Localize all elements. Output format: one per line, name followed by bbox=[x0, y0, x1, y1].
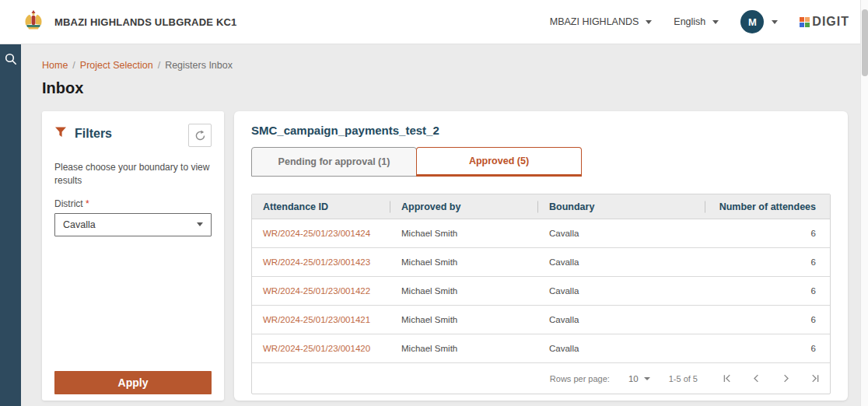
attendance-table: Attendance ID Approved by Boundary Numbe… bbox=[251, 194, 831, 394]
attendance-id-link[interactable]: WR/2024-25/01/23/001420 bbox=[263, 344, 370, 353]
scrollbar bbox=[860, 0, 868, 406]
header-right: MBAZI HIGHLANDS English M DIGIT bbox=[550, 10, 849, 33]
table-row: WR/2024-25/01/23/001424 Michael Smith Ca… bbox=[252, 219, 830, 248]
filters-title: Filters bbox=[75, 127, 112, 141]
page-title: Inbox bbox=[42, 79, 868, 97]
table-row: WR/2024-25/01/23/001420 Michael Smith Ca… bbox=[252, 334, 830, 363]
attendance-id-link[interactable]: WR/2024-25/01/23/001424 bbox=[263, 229, 370, 238]
avatar[interactable]: M bbox=[740, 10, 764, 33]
tab-approved[interactable]: Approved (5) bbox=[416, 147, 582, 177]
column-header-boundary: Boundary bbox=[538, 201, 705, 212]
chevron-down-icon bbox=[646, 20, 652, 24]
pagination-nav bbox=[719, 372, 822, 386]
attendees-cell: 6 bbox=[705, 229, 830, 238]
digit-logo-icon bbox=[800, 17, 810, 27]
approved-by-cell: Michael Smith bbox=[390, 315, 538, 324]
breadcrumb-project-selection[interactable]: Project Selection bbox=[80, 60, 153, 71]
search-icon[interactable] bbox=[3, 52, 19, 68]
filters-header: Filters bbox=[54, 124, 212, 147]
approved-by-cell: Michael Smith bbox=[390, 257, 538, 267]
language-selector-label: English bbox=[674, 16, 705, 27]
city-selector-dropdown[interactable]: MBAZI HIGHLANDS bbox=[550, 16, 653, 27]
boundary-cell: Cavalla bbox=[538, 315, 705, 324]
district-label: District * bbox=[54, 198, 212, 209]
next-page-button[interactable] bbox=[779, 372, 793, 386]
approved-by-cell: Michael Smith bbox=[390, 344, 538, 353]
state-emblem-logo bbox=[23, 9, 44, 34]
digit-logo: DIGIT bbox=[800, 16, 849, 28]
breadcrumb-separator: / bbox=[158, 60, 160, 71]
chevron-down-icon bbox=[712, 20, 719, 24]
filters-description: Please choose your boundary to view resu… bbox=[54, 161, 210, 187]
breadcrumb-current: Registers Inbox bbox=[165, 60, 233, 71]
tab-pending-for-approval[interactable]: Pending for approval (1) bbox=[251, 147, 417, 177]
register-panel: SMC_campaign_payments_test_2 Pending for… bbox=[234, 111, 848, 401]
register-title: SMC_campaign_payments_test_2 bbox=[251, 124, 831, 137]
attendance-id-link[interactable]: WR/2024-25/01/23/001421 bbox=[263, 315, 370, 324]
first-page-button[interactable] bbox=[719, 372, 733, 386]
column-header-approved-by: Approved by bbox=[390, 201, 538, 212]
column-header-attendees: Number of attendees bbox=[705, 201, 830, 212]
last-page-button[interactable] bbox=[808, 372, 822, 386]
tabs: Pending for approval (1) Approved (5) bbox=[251, 147, 831, 177]
rows-per-page-value: 10 bbox=[628, 374, 639, 383]
main-content: Home / Project Selection / Registers Inb… bbox=[21, 44, 868, 406]
rows-per-page-label: Rows per page: bbox=[550, 374, 610, 383]
tenant-name: MBAZI HIGHLANDS ULBGRADE KC1 bbox=[54, 16, 237, 28]
district-select[interactable]: Cavalla bbox=[54, 213, 212, 236]
breadcrumb-home[interactable]: Home bbox=[42, 60, 68, 71]
breadcrumb: Home / Project Selection / Registers Inb… bbox=[42, 60, 868, 71]
approved-by-cell: Michael Smith bbox=[390, 286, 538, 296]
digit-logo-text: DIGIT bbox=[812, 16, 849, 28]
approved-by-cell: Michael Smith bbox=[390, 229, 538, 238]
boundary-cell: Cavalla bbox=[538, 229, 705, 238]
table-row: WR/2024-25/01/23/001423 Michael Smith Ca… bbox=[252, 248, 830, 277]
boundary-cell: Cavalla bbox=[538, 344, 705, 353]
rows-per-page-select[interactable]: 10 bbox=[628, 374, 650, 383]
filters-panel: Filters Please choose your boundary to v… bbox=[42, 111, 224, 401]
app-window: MBAZI HIGHLANDS ULBGRADE KC1 MBAZI HIGHL… bbox=[0, 0, 868, 406]
previous-page-button[interactable] bbox=[749, 372, 763, 386]
attendees-cell: 6 bbox=[705, 257, 830, 267]
boundary-cell: Cavalla bbox=[538, 257, 705, 267]
language-selector-dropdown[interactable]: English bbox=[674, 16, 719, 27]
refresh-filters-button[interactable] bbox=[188, 124, 212, 147]
chevron-down-icon bbox=[772, 20, 778, 24]
attendees-cell: 6 bbox=[705, 315, 830, 324]
sidebar bbox=[0, 44, 21, 406]
attendance-id-link[interactable]: WR/2024-25/01/23/001422 bbox=[263, 286, 370, 296]
filter-funnel-icon bbox=[54, 127, 67, 141]
user-menu[interactable]: M bbox=[740, 10, 778, 33]
city-selector-label: MBAZI HIGHLANDS bbox=[550, 16, 639, 27]
scrollbar-thumb[interactable] bbox=[862, 9, 868, 76]
breadcrumb-separator: / bbox=[72, 60, 75, 71]
cards-row: Filters Please choose your boundary to v… bbox=[42, 111, 868, 401]
attendees-cell: 6 bbox=[705, 286, 830, 296]
table-header-row: Attendance ID Approved by Boundary Numbe… bbox=[252, 194, 830, 219]
brand: MBAZI HIGHLANDS ULBGRADE KC1 bbox=[23, 9, 237, 34]
apply-button[interactable]: Apply bbox=[54, 371, 212, 394]
attendees-cell: 6 bbox=[705, 344, 830, 353]
table-row: WR/2024-25/01/23/001421 Michael Smith Ca… bbox=[252, 306, 830, 334]
table-pagination: Rows per page: 10 1-5 of 5 bbox=[252, 363, 830, 394]
top-header: MBAZI HIGHLANDS ULBGRADE KC1 MBAZI HIGHL… bbox=[0, 0, 868, 44]
column-header-attendance-id: Attendance ID bbox=[252, 201, 390, 212]
app-body: Home / Project Selection / Registers Inb… bbox=[0, 44, 868, 406]
page-range-label: 1-5 of 5 bbox=[669, 374, 698, 383]
chevron-down-icon bbox=[644, 377, 650, 380]
chevron-down-icon bbox=[197, 222, 203, 226]
district-selected-value: Cavalla bbox=[63, 219, 96, 230]
table-row: WR/2024-25/01/23/001422 Michael Smith Ca… bbox=[252, 277, 830, 306]
required-marker: * bbox=[86, 198, 89, 209]
attendance-id-link[interactable]: WR/2024-25/01/23/001423 bbox=[263, 257, 370, 267]
boundary-cell: Cavalla bbox=[538, 286, 705, 296]
